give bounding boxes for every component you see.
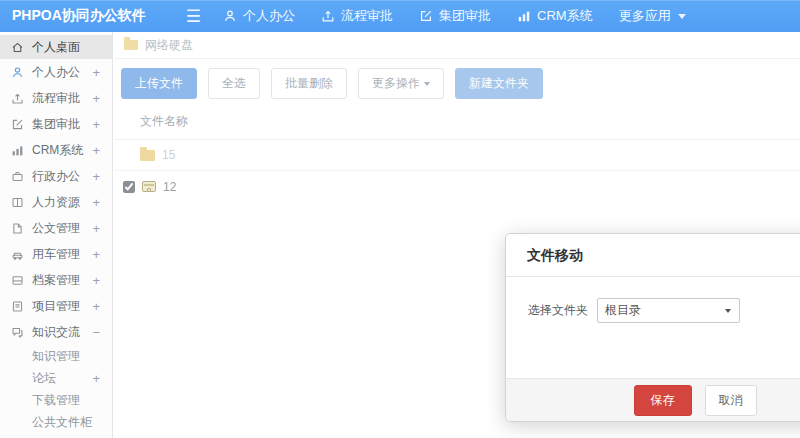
expand-icon[interactable]: + [92,273,100,288]
expand-icon[interactable]: + [92,65,100,80]
sidebar-subitem-download-management[interactable]: 下载管理 [0,389,112,411]
topbar: PHPOA协同办公软件 ☰ 个人办公 流程审批 集团审批 CRM系统 更多应用 [0,0,800,32]
folder-icon [140,150,155,161]
new-folder-button[interactable]: 新建文件夹 [455,68,543,99]
workflow-icon [11,92,24,105]
expand-icon[interactable]: + [92,195,100,210]
batch-delete-button[interactable]: 批量删除 [271,68,347,99]
dialog-footer: 保存 取消 [506,378,800,421]
file-name: 12 [163,180,176,194]
sidebar-item-workflow-approval[interactable]: 流程审批 + [0,85,112,111]
sidebar-item-label: 集团审批 [32,116,80,133]
expand-icon[interactable]: + [92,221,100,236]
bar-chart-icon [517,9,531,23]
sidebar-item-label: 个人办公 [32,64,80,81]
sidebar-subitem-label: 论坛 [32,370,56,387]
select-folder-label: 选择文件夹 [528,302,588,319]
expand-icon[interactable]: + [92,91,100,106]
select-all-button[interactable]: 全选 [208,68,260,99]
briefcase-icon [11,170,24,183]
sidebar-item-group-approval[interactable]: 集团审批 + [0,111,112,137]
sidebar-item-label: 行政办公 [32,168,80,185]
folder-select[interactable]: 根目录 [597,298,740,323]
dialog-body: 选择文件夹 根目录 [506,277,800,323]
archive-file-icon [142,181,156,192]
sidebar-item-label: 用车管理 [32,246,80,263]
sidebar-item-admin-office[interactable]: 行政办公 + [0,163,112,189]
sidebar-subitem-forum[interactable]: 论坛 + [0,367,112,389]
row-checkbox[interactable] [123,181,135,193]
file-name: 15 [162,148,175,162]
user-icon [223,9,237,23]
caret-down-icon [678,14,686,19]
user-icon [11,66,24,79]
sidebar-item-label: 流程审批 [32,90,80,107]
expand-icon[interactable]: + [92,247,100,262]
table-row-file-12[interactable]: 12 [114,171,800,202]
topnav-workflow-approval[interactable]: 流程审批 [321,7,393,25]
sidebar-submenu-knowledge: 知识管理 论坛 + 下载管理 公共文件柜 [0,345,112,433]
top-navigation: 个人办公 流程审批 集团审批 CRM系统 更多应用 [223,7,712,25]
sidebar-item-label: 个人桌面 [32,39,80,56]
sidebar-item-project-management[interactable]: 项目管理 + [0,293,112,319]
file-move-dialog: 文件移动 选择文件夹 根目录 保存 取消 [505,233,800,422]
sidebar-item-crm-system[interactable]: CRM系统 + [0,137,112,163]
caret-down-icon [725,309,731,313]
sidebar-subitem-label: 下载管理 [32,392,80,409]
expand-icon[interactable]: + [92,143,100,158]
sidebar-item-label: 人力资源 [32,194,80,211]
topnav-label: 集团审批 [439,7,491,25]
sidebar-item-document-management[interactable]: 公文管理 + [0,215,112,241]
sidebar-item-vehicle-management[interactable]: 用车管理 + [0,241,112,267]
table-row-folder-15[interactable]: 15 [114,140,800,171]
sidebar-subitem-label: 知识管理 [32,348,80,365]
breadcrumb: 网络硬盘 [114,32,800,59]
breadcrumb-label: 网络硬盘 [145,37,193,54]
more-operations-label: 更多操作 [372,76,420,90]
topnav-label: 个人办公 [243,7,295,25]
expand-icon[interactable]: + [92,117,100,132]
topnav-label: CRM系统 [537,7,593,25]
expand-icon[interactable]: + [92,169,100,184]
topnav-personal-office[interactable]: 个人办公 [223,7,295,25]
cancel-button[interactable]: 取消 [705,385,757,416]
sidebar-item-label: 公文管理 [32,220,80,237]
expand-icon[interactable]: + [92,299,100,314]
sidebar-item-label: 项目管理 [32,298,80,315]
drive-icon [11,274,24,287]
save-button[interactable]: 保存 [634,385,692,416]
more-operations-button[interactable]: 更多操作 [358,68,444,99]
sidebar-item-personal-desktop[interactable]: 个人桌面 [0,35,112,59]
app-logo: PHPOA协同办公软件 [0,7,158,25]
file-table-header: 文件名称 [114,108,800,140]
sidebar-item-label: 档案管理 [32,272,80,289]
upload-file-button[interactable]: 上传文件 [121,68,197,99]
collapse-icon[interactable]: − [92,325,100,340]
caret-down-icon [424,82,430,86]
topnav-crm-system[interactable]: CRM系统 [517,7,593,25]
project-icon [11,300,24,313]
chat-icon [11,326,24,339]
car-icon [11,248,24,261]
file-toolbar: 上传文件 全选 批量删除 更多操作 新建文件夹 [114,59,800,108]
sidebar-item-personal-office[interactable]: 个人办公 + [0,59,112,85]
sidebar-item-human-resources[interactable]: 人力资源 + [0,189,112,215]
hamburger-menu-icon[interactable]: ☰ [186,8,201,25]
topnav-more-apps[interactable]: 更多应用 [619,7,686,25]
workflow-icon [321,9,335,23]
sidebar-item-label: CRM系统 [32,142,83,159]
topnav-label: 流程审批 [341,7,393,25]
topnav-group-approval[interactable]: 集团审批 [419,7,491,25]
home-icon [11,41,24,54]
sidebar-subitem-label: 公共文件柜 [32,414,92,431]
sidebar-item-knowledge-exchange[interactable]: 知识交流 − [0,319,112,345]
sidebar-subitem-knowledge-management[interactable]: 知识管理 [0,345,112,367]
sidebar-item-archive-management[interactable]: 档案管理 + [0,267,112,293]
sidebar-subitem-public-file-cabinet[interactable]: 公共文件柜 [0,411,112,433]
dialog-title: 文件移动 [506,234,800,277]
book-icon [11,196,24,209]
folder-icon [124,40,138,50]
topnav-label: 更多应用 [619,7,671,25]
file-icon [11,222,24,235]
expand-icon[interactable]: + [92,371,100,386]
